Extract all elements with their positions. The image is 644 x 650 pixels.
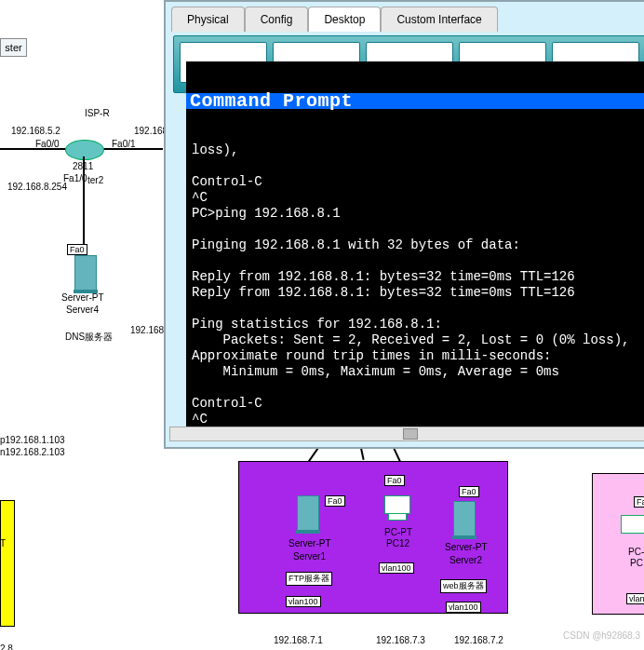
ip-bottom-1: 192.168.7.1: [274, 635, 323, 645]
pc12-name: PC12: [386, 538, 409, 548]
server2-type: Server-PT: [445, 542, 488, 552]
device-window[interactable]: Physical Config Desktop Custom Interface…: [164, 0, 644, 449]
if-fa0-s1: Fa0: [325, 495, 345, 507]
pink-type: PC-: [628, 547, 644, 557]
pc12-vlan: vlan100: [379, 562, 414, 574]
server1-role: FTP服务器: [286, 572, 332, 586]
packet-tracer-canvas[interactable]: ster ISP-R 192.168.5.2 192.168 Fa0/0 Fa0…: [0, 0, 644, 650]
tab-config[interactable]: Config: [245, 7, 309, 32]
server2-name: Server2: [449, 555, 482, 565]
left-ip-1: p192.168.1.103: [0, 435, 65, 445]
server4-name: Server4: [66, 305, 99, 315]
server2-vlan: vlan100: [446, 602, 481, 613]
pc-icon-pc12[interactable]: [384, 495, 410, 514]
tab-desktop[interactable]: Desktop: [308, 7, 381, 32]
cluster-button[interactable]: ster: [0, 38, 27, 57]
server1-type: Server-PT: [288, 538, 331, 548]
ip-bottom-3: 192.168.7.2: [454, 635, 503, 645]
scrollbar-thumb[interactable]: [403, 428, 418, 440]
zone-purple: Fa0 Server-PT Server1 FTP服务器 vlan100 Fa0…: [238, 461, 508, 614]
router-label: ISP-R: [85, 108, 110, 118]
left-ip-2: n192.168.2.103: [0, 447, 65, 457]
if-fa0-pc: Fa0: [384, 475, 405, 486]
server1-vlan: vlan100: [286, 596, 321, 607]
ip-8-254: 192.168.8.254: [7, 182, 67, 192]
router-icon[interactable]: [65, 140, 104, 160]
ip-right: 192.168: [134, 126, 168, 136]
server1-name: Server1: [293, 551, 326, 562]
pink-name: PC: [630, 558, 643, 568]
pink-vlan: vlan: [626, 593, 644, 604]
if-fa0-s2: Fa0: [459, 486, 479, 497]
tab-physical[interactable]: Physical: [171, 7, 245, 32]
command-prompt-title: Command Prompt: [186, 93, 644, 109]
pink-fa: Fa: [634, 496, 644, 508]
zone-pink: Fa PC- PC vlan: [592, 473, 644, 615]
command-prompt-output[interactable]: loss), Control-C ^C PC>ping 192.168.8.1 …: [186, 141, 644, 427]
server-icon-server1[interactable]: [297, 495, 319, 531]
pc-base: [388, 513, 407, 521]
server-icon-server2[interactable]: [453, 501, 476, 536]
left-t: T: [0, 538, 6, 548]
tabs: Physical Config Desktop Custom Interface: [171, 6, 498, 31]
tab-custom[interactable]: Custom Interface: [381, 7, 497, 32]
server2-role: web服务器: [440, 579, 487, 593]
command-prompt-window[interactable]: Command Prompt loss), Control-C ^C PC>pi…: [186, 61, 644, 427]
pc12-type: PC-PT: [384, 527, 412, 537]
horizontal-scrollbar[interactable]: [169, 427, 644, 441]
pc-icon-pink[interactable]: [621, 515, 644, 534]
left-28: 2.8: [0, 643, 13, 650]
server-icon-server4[interactable]: [74, 255, 97, 291]
server4-role: DNS服务器: [65, 331, 113, 344]
zone-yellow: [0, 500, 15, 627]
if-fa0-s4: Fa0: [67, 244, 87, 255]
link-vertical: [83, 156, 85, 250]
watermark: CSDN @h92868.3: [563, 630, 640, 641]
server4-type: Server-PT: [61, 292, 104, 303]
ip-left: 192.168.5.2: [11, 126, 60, 136]
router-ter2: ter2: [87, 175, 103, 185]
ip-bottom-2: 192.168.7.3: [376, 635, 425, 645]
